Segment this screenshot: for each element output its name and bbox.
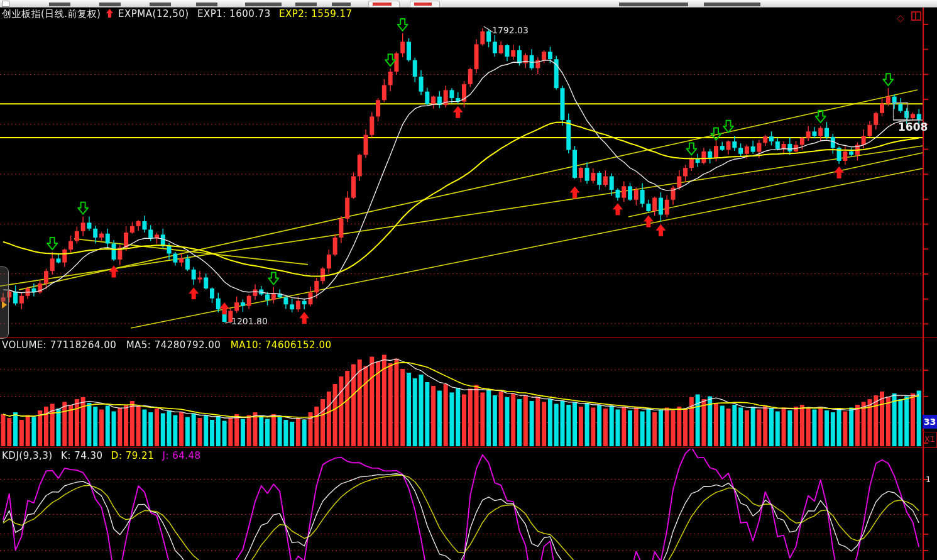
volume-multiplier-badge: X1 [923,432,937,448]
volume-scale-badge: 33 [923,415,937,429]
menu-item-fragment[interactable] [99,3,121,6]
left-panel-expander[interactable] [0,266,9,339]
menu-item-fragment[interactable] [49,3,70,6]
symbol-title: 创业板指(日线.前复权) [2,8,101,19]
exp2-value: EXP2: 1559.17 [279,8,353,19]
expand-right-icon [2,301,7,309]
menu-item-fragment[interactable] [295,3,317,6]
kdj-k-value: K: 74.30 [61,450,103,461]
kdj-scale-label: 1 [926,475,931,484]
kdj-j-value: J: 64.48 [162,450,200,461]
menu-bar[interactable] [0,0,937,8]
menu-item-fragment[interactable] [619,3,688,6]
chart-canvas[interactable] [0,0,937,560]
menu-item-fragment[interactable] [704,3,760,6]
volume-header: VOLUME: 77118264.00 MA5: 74280792.00 MA1… [2,339,332,351]
volume-ma10-value: MA10: 74606152.00 [231,339,332,351]
chart-corner-icons: ◇ [897,11,921,24]
expma-up-arrow-icon [106,9,114,18]
trading-terminal-window: 创业板指(日线.前复权) EXPMA(12,50) EXP1: 1600.73 … [0,0,937,560]
menu-item-fragment[interactable] [245,3,282,6]
high-price-annotation: 1792.03 [492,25,529,35]
menu-item-fragment[interactable] [332,3,351,6]
menu-item-fragment[interactable] [150,3,171,6]
diamond-icon[interactable]: ◇ [897,13,904,24]
chart-title-bar: 创业板指(日线.前复权) EXPMA(12,50) EXP1: 1600.73 … [2,8,353,20]
app-icon[interactable] [2,1,9,7]
kdj-name: KDJ(9,3,3) [2,450,53,461]
indicator-name: EXPMA(12,50) [118,8,189,19]
menu-item-fragment[interactable] [196,3,217,6]
menu-button[interactable] [368,1,400,8]
menu-button[interactable] [410,1,440,8]
low-price-annotation: 1201.80 [231,316,268,326]
kdj-header: KDJ(9,3,3) K: 74.30 D: 79.21 J: 64.48 [2,450,201,461]
kdj-d-value: D: 79.21 [111,450,154,461]
last-price-label: 1608 [898,121,928,133]
window-split-icon[interactable] [911,11,921,21]
volume-ma5-value: MA5: 74280792.00 [126,339,221,351]
exp1-value: EXP1: 1600.73 [197,8,271,19]
volume-value: VOLUME: 77118264.00 [2,339,116,351]
